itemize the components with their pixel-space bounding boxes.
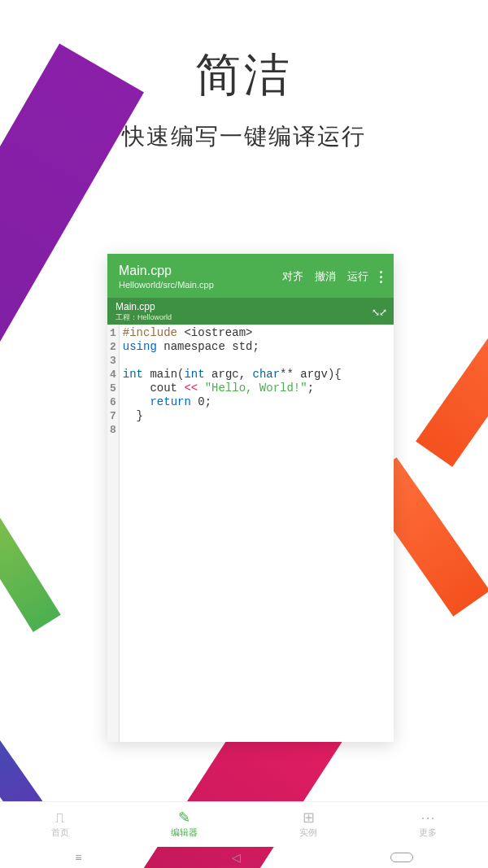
decor-stripe-orange	[416, 281, 488, 467]
editor-window: Main.cpp Helloworld/src/Main.cpp 对齐 撤消 运…	[107, 254, 394, 742]
examples-icon: ⊞	[303, 810, 315, 825]
code-content[interactable]: #include <iostream> using namespace std;…	[120, 325, 346, 742]
run-button[interactable]: 运行	[347, 269, 368, 284]
hero-section: 简洁 快速编写一键编译运行	[0, 0, 488, 152]
sys-home-button[interactable]	[390, 853, 413, 862]
bottom-nav: ⎍ 首页 ✎ 编辑器 ⊞ 实例 ⋯ 更多	[0, 801, 488, 847]
nav-more[interactable]: ⋯ 更多	[419, 810, 437, 839]
more-icon: ⋯	[420, 810, 435, 825]
hero-subtitle: 快速编写一键编译运行	[0, 121, 488, 152]
decor-stripe-green	[0, 491, 61, 632]
expand-icon[interactable]: ⤡ ⤢	[372, 307, 386, 318]
editor-actions: 对齐 撤消 运行	[282, 269, 382, 284]
editor-tab[interactable]: Main.cpp 工程：Helloworld	[115, 301, 172, 323]
nav-editor[interactable]: ✎ 编辑器	[171, 810, 198, 839]
code-area[interactable]: 1 2 3 4 5 6 7 8 #include <iostream> usin…	[107, 325, 394, 742]
align-button[interactable]: 对齐	[282, 269, 303, 284]
editor-header: Main.cpp Helloworld/src/Main.cpp 对齐 撤消 运…	[107, 254, 394, 298]
editor-tabbar: Main.cpp 工程：Helloworld ⤡ ⤢	[107, 298, 394, 325]
sys-back-button[interactable]: ◁	[232, 851, 241, 864]
editor-header-left: Main.cpp Helloworld/src/Main.cpp	[119, 264, 214, 290]
editor-file-title: Main.cpp	[119, 264, 214, 278]
line-gutter: 1 2 3 4 5 6 7 8	[107, 325, 120, 742]
overflow-menu-icon[interactable]	[380, 271, 382, 283]
editor-icon: ✎	[178, 810, 190, 825]
hero-title: 简洁	[0, 45, 488, 107]
home-icon: ⎍	[55, 810, 64, 825]
nav-home[interactable]: ⎍ 首页	[51, 810, 69, 839]
system-nav-bar: ≡ ◁	[0, 847, 488, 868]
editor-file-path: Helloworld/src/Main.cpp	[119, 280, 214, 290]
undo-button[interactable]: 撤消	[315, 269, 336, 284]
nav-examples[interactable]: ⊞ 实例	[299, 810, 317, 839]
sys-menu-button[interactable]: ≡	[75, 851, 81, 864]
editor-tab-label: Main.cpp	[115, 301, 172, 312]
editor-project-label: 工程：Helloworld	[115, 312, 172, 323]
